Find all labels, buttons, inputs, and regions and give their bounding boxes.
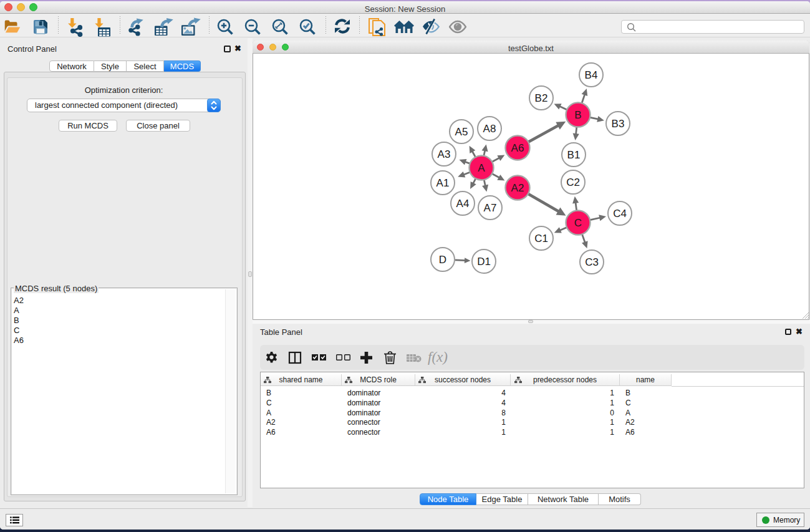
svg-text:A3: A3 — [438, 148, 451, 160]
svg-text:A6: A6 — [511, 142, 524, 154]
svg-text:B2: B2 — [535, 92, 548, 104]
svg-text:C2: C2 — [566, 177, 580, 188]
svg-text:A1: A1 — [436, 177, 450, 189]
svg-text:A8: A8 — [483, 123, 496, 135]
svg-text:B: B — [574, 109, 581, 121]
svg-text:D: D — [439, 254, 446, 266]
svg-text:C3: C3 — [585, 256, 599, 268]
svg-text:C4: C4 — [613, 208, 627, 220]
svg-text:B1: B1 — [567, 149, 581, 161]
svg-text:C: C — [574, 217, 582, 229]
svg-text:A4: A4 — [456, 198, 470, 210]
svg-text:D1: D1 — [477, 256, 491, 268]
svg-text:A2: A2 — [511, 182, 524, 194]
svg-text:A: A — [478, 162, 485, 174]
svg-text:B3: B3 — [612, 118, 625, 130]
svg-text:A5: A5 — [455, 126, 468, 138]
svg-text:C1: C1 — [534, 233, 548, 244]
svg-text:B4: B4 — [585, 69, 598, 81]
svg-text:A7: A7 — [484, 202, 497, 214]
